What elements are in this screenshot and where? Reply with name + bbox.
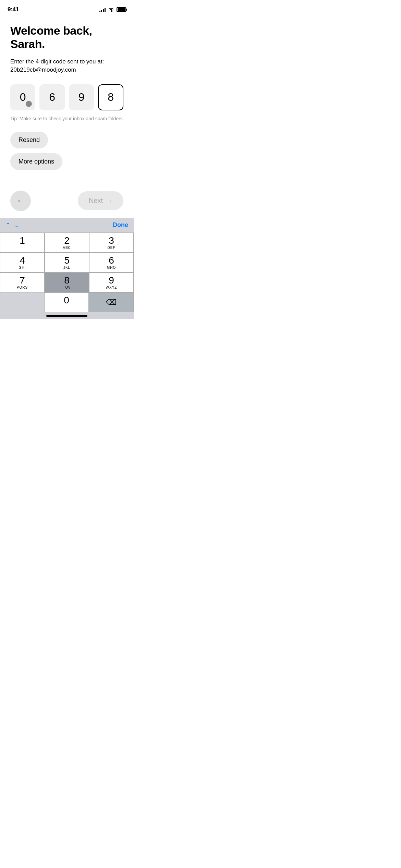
- signal-icon: [99, 7, 106, 12]
- home-indicator: [0, 312, 134, 319]
- toolbar-up-button[interactable]: ⌃: [5, 221, 11, 229]
- key-6[interactable]: 6 MNO: [89, 253, 134, 273]
- status-icons: [99, 7, 126, 12]
- code-digit-4[interactable]: 8: [98, 84, 123, 110]
- main-content: Welcome back, Sarah. Enter the 4-digit c…: [0, 17, 134, 170]
- keyboard-row-4: 0 ⌫: [0, 292, 134, 312]
- resend-button[interactable]: Resend: [10, 132, 48, 148]
- keyboard-toolbar: ⌃ ⌄ Done: [0, 218, 134, 233]
- key-8[interactable]: 8 TUV: [45, 273, 89, 292]
- dot-indicator: [26, 101, 32, 107]
- key-5[interactable]: 5 JKL: [45, 253, 89, 273]
- keyboard-row-3: 7 PQRS 8 TUV 9 WXYZ: [0, 273, 134, 292]
- navigation-row: ← Next →: [0, 184, 134, 218]
- more-options-button[interactable]: More options: [10, 153, 62, 170]
- key-3[interactable]: 3 DEF: [89, 233, 134, 253]
- key-empty: [0, 292, 44, 312]
- key-7[interactable]: 7 PQRS: [0, 273, 45, 292]
- status-time: 9:41: [8, 6, 19, 13]
- keyboard-row-2: 4 GHI 5 JKL 6 MNO: [0, 253, 134, 273]
- toolbar-nav-buttons: ⌃ ⌄: [5, 221, 19, 229]
- key-2[interactable]: 2 ABC: [45, 233, 89, 253]
- code-digit-3[interactable]: 9: [69, 84, 94, 110]
- code-digit-2[interactable]: 6: [39, 84, 64, 110]
- subtitle-text: Enter the 4-digit code sent to you at: E…: [10, 58, 123, 74]
- numeric-keyboard: 1 2 ABC 3 DEF 4 GHI 5 JKL 6 MNO 7 PQRS: [0, 233, 134, 312]
- code-input-group: 0 6 9 8: [10, 84, 123, 110]
- wifi-icon: [108, 7, 114, 12]
- code-digit-1[interactable]: 0: [10, 84, 35, 110]
- tip-text: Tip: Make sure to check your inbox and s…: [10, 116, 123, 121]
- key-9[interactable]: 9 WXYZ: [89, 273, 134, 292]
- page-title: Welcome back, Sarah.: [10, 24, 123, 51]
- back-arrow-icon: ←: [17, 196, 24, 205]
- battery-icon: [117, 7, 126, 12]
- keyboard-row-1: 1 2 ABC 3 DEF: [0, 233, 134, 253]
- next-arrow-icon: →: [106, 197, 112, 205]
- next-button[interactable]: Next →: [78, 191, 123, 210]
- keyboard-done-button[interactable]: Done: [113, 221, 128, 229]
- key-delete[interactable]: ⌫: [89, 292, 134, 312]
- next-label: Next: [89, 197, 103, 205]
- key-1[interactable]: 1: [0, 233, 45, 253]
- back-button[interactable]: ←: [10, 191, 31, 211]
- home-bar: [46, 315, 87, 317]
- key-4[interactable]: 4 GHI: [0, 253, 45, 273]
- toolbar-down-button[interactable]: ⌄: [14, 221, 19, 229]
- key-0[interactable]: 0: [44, 292, 89, 312]
- action-buttons: Resend More options: [10, 132, 123, 170]
- status-bar: 9:41: [0, 0, 134, 17]
- delete-icon: ⌫: [106, 298, 117, 307]
